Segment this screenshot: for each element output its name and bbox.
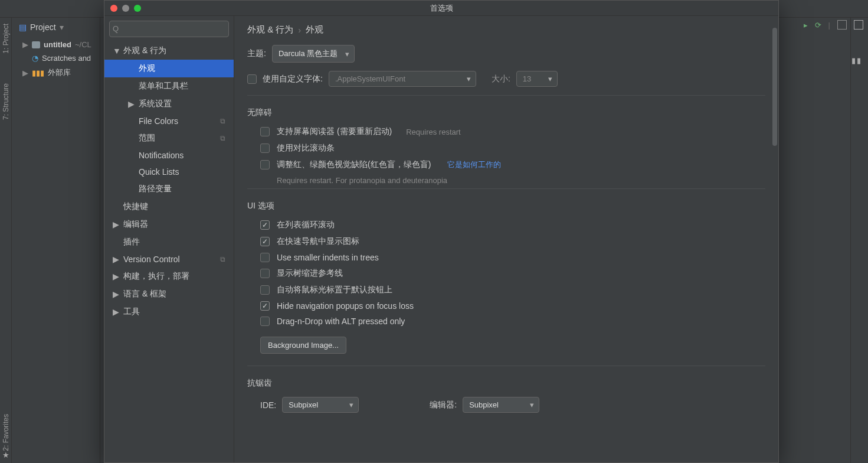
sidebar-item[interactable]: ▶语言 & 框架 (104, 285, 234, 303)
sidebar-item[interactable]: File Colors⧉ (104, 113, 234, 129)
sidebar-item[interactable]: 插件 (104, 233, 234, 251)
theme-label: 主题: (247, 48, 266, 59)
search-icon: Q (113, 24, 119, 33)
cyclic-scroll-checkbox[interactable] (260, 220, 270, 230)
dnd-alt-checkbox[interactable] (260, 317, 270, 326)
scrollbar[interactable] (772, 28, 777, 146)
sidebar-item[interactable]: ▶构建，执行，部署 (104, 268, 234, 285)
screen-reader-checkbox[interactable] (260, 127, 270, 136)
font-select[interactable]: .AppleSystemUIFont ▾ (329, 71, 476, 87)
project-icon: ▤ (19, 22, 27, 32)
pause-icon[interactable]: ▮▮ (851, 56, 862, 65)
sidebar-item[interactable]: ▼外观 & 行为 (104, 42, 234, 60)
sidebar-item[interactable]: 菜单和工具栏 (104, 77, 234, 95)
smaller-indents-checkbox[interactable] (260, 253, 270, 262)
sidebar-item[interactable]: 外观 (104, 60, 234, 77)
sidebar-item[interactable]: ▶系统设置 (104, 95, 234, 113)
chevron-down-icon[interactable]: ▾ (60, 22, 64, 32)
expand-right-icon: ▶ (113, 255, 120, 264)
content-breadcrumb: 外观 & 行为 › 外观 (247, 24, 765, 35)
sidebar-item-label: 编辑器 (123, 219, 148, 230)
ide-top-right-icons: ▸ ⟳ | (804, 20, 863, 30)
chevron-down-icon: ▾ (345, 50, 349, 58)
sidebar-item-label: 构建，执行，部署 (123, 271, 189, 282)
expand-icon[interactable]: ▶ (22, 69, 28, 77)
preferences-content: 外观 & 行为 › 外观 主题: Darcula 黑色主题 ▾ 使用自定义字体:… (234, 16, 778, 462)
aa-editor-label: 编辑器: (430, 400, 457, 410)
toolwindow-structure-tab[interactable]: 7: Structure (2, 83, 10, 120)
preferences-dialog: 首选项 Q ▼外观 & 行为外观菜单和工具栏▶系统设置File Colors⧉范… (104, 0, 779, 463)
scope-icon: ⧉ (220, 255, 225, 263)
tree-guides-label: 显示树缩进参考线 (277, 268, 343, 279)
size-value: 13 (523, 74, 531, 83)
theme-select[interactable]: Darcula 黑色主题 ▾ (272, 45, 355, 63)
tree-scratches-label: Scratches and (42, 54, 91, 63)
ide-left-strip: 1: Project 7: Structure 2: Favorites ★ (0, 18, 12, 463)
quicknav-icons-checkbox[interactable] (260, 237, 270, 246)
bc-parent[interactable]: 外观 & 行为 (247, 24, 293, 35)
divider (247, 366, 765, 366)
dialog-titlebar[interactable]: 首选项 (104, 1, 778, 16)
project-tree: ▶ untitled ~/CL ◔ Scratches and ▶ ▮▮▮ 外部… (12, 37, 100, 81)
contrast-scrollbar-checkbox[interactable] (260, 144, 270, 153)
aa-editor-value: Subpixel (469, 400, 499, 409)
font-value: .AppleSystemUIFont (335, 74, 405, 83)
expand-right-icon: ▶ (113, 289, 120, 299)
sidebar-item-label: Version Control (123, 255, 180, 264)
aa-ide-value: Subpixel (289, 400, 318, 409)
run-icon[interactable]: ▸ (804, 21, 808, 30)
tree-row[interactable]: ▶ untitled ~/CL (12, 38, 100, 51)
font-size-select[interactable]: 13 ▾ (516, 71, 558, 87)
scratches-icon: ◔ (32, 54, 38, 63)
tree-row[interactable]: ◔ Scratches and (12, 51, 100, 65)
favorites-star-icon[interactable]: ★ (2, 451, 9, 459)
sidebar-item[interactable]: ▶工具 (104, 303, 234, 321)
project-panel: ▤ Project ▾ ▶ untitled ~/CL ◔ Scratches … (12, 18, 100, 463)
sidebar-item-label: 外观 (139, 63, 155, 74)
search-input[interactable] (109, 21, 229, 37)
toolwindow-favorites-tab[interactable]: 2: Favorites (2, 414, 10, 451)
screen-reader-hint: Requires restart (406, 128, 460, 136)
project-panel-header[interactable]: ▤ Project ▾ (12, 18, 100, 37)
autocursor-checkbox[interactable] (260, 285, 270, 295)
layout-icon[interactable] (837, 20, 847, 30)
custom-font-label: 使用自定义字体: (263, 74, 323, 84)
background-image-button[interactable]: Background Image... (260, 337, 346, 354)
expand-icon[interactable]: ▶ (22, 40, 28, 49)
sidebar-item[interactable]: 范围⧉ (104, 129, 234, 147)
tree-guides-checkbox[interactable] (260, 269, 270, 278)
sidebar-item[interactable]: 路径变量 (104, 180, 234, 198)
bc-current: 外观 (306, 24, 323, 35)
section-accessibility: 无障碍 (247, 107, 765, 118)
dialog-title: 首选项 (104, 3, 778, 14)
sidebar-item[interactable]: ▶编辑器 (104, 216, 234, 233)
section-antialiasing: 抗锯齿 (247, 378, 765, 389)
dnd-alt-label: Drag-n-Drop with ALT pressed only (277, 317, 405, 326)
expand-down-icon: ▼ (113, 46, 120, 56)
sidebar-item[interactable]: 快捷键 (104, 198, 234, 216)
sidebar-item[interactable]: Notifications (104, 147, 234, 164)
scope-icon: ⧉ (220, 134, 225, 142)
sidebar-item-label: 工具 (123, 307, 140, 317)
aa-ide-select[interactable]: Subpixel ▾ (282, 397, 359, 413)
libs-icon: ▮▮▮ (32, 69, 44, 77)
aa-editor-select[interactable]: Subpixel ▾ (463, 397, 539, 413)
run-icon-2[interactable]: ⟳ (815, 21, 821, 30)
sidebar-item-label: 范围 (139, 133, 155, 144)
sidebar-item[interactable]: Quick Lists (104, 164, 234, 180)
autocursor-label: 自动将鼠标光标置于默认按钮上 (277, 285, 392, 295)
chevron-right-icon: › (298, 25, 301, 35)
tree-row[interactable]: ▶ ▮▮▮ 外部库 (12, 65, 100, 80)
layout-icon-2[interactable] (854, 20, 863, 30)
quicknav-icons-label: 在快速导航中显示图标 (277, 236, 359, 247)
contrast-scrollbar-label: 使用对比滚动条 (277, 143, 335, 154)
color-deficiency-checkbox[interactable] (260, 160, 270, 169)
sidebar-item[interactable]: ▶Version Control⧉ (104, 251, 234, 268)
toolwindow-project-tab[interactable]: 1: Project (2, 24, 10, 54)
section-ui-options: UI 选项 (247, 201, 765, 211)
chevron-down-icon: ▾ (548, 74, 552, 83)
custom-font-checkbox[interactable] (247, 74, 257, 84)
aa-ide-label: IDE: (260, 400, 276, 410)
hide-nav-popup-checkbox[interactable] (260, 301, 270, 311)
how-it-works-link[interactable]: 它是如何工作的 (447, 159, 501, 170)
